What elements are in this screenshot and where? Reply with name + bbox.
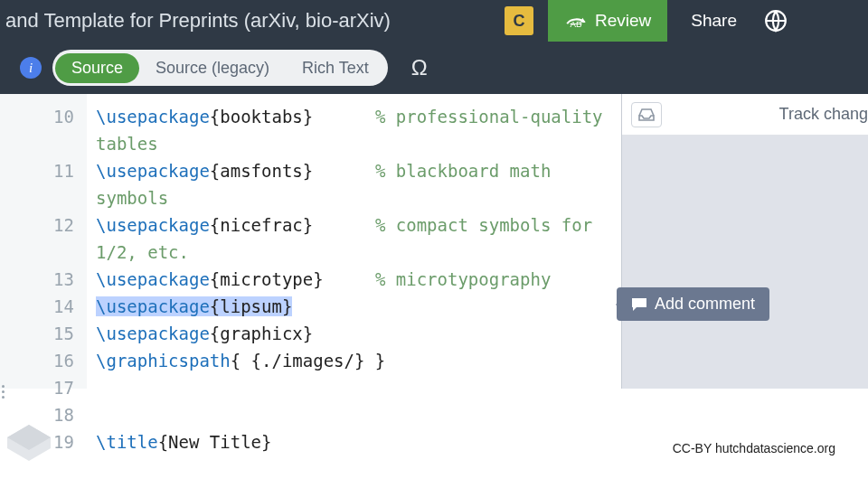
- top-bar: and Template for Preprints (arXiv, bio-a…: [0, 0, 868, 42]
- add-comment-label: Add comment: [655, 295, 755, 314]
- tab-source-legacy[interactable]: Source (legacy): [139, 53, 286, 83]
- code-line[interactable]: tables: [96, 130, 621, 157]
- code-line[interactable]: \usepackage{lipsum}: [96, 293, 621, 320]
- gutter-drag-handle[interactable]: [2, 385, 5, 399]
- review-button[interactable]: AB Review: [548, 0, 667, 42]
- line-number: 15: [0, 320, 74, 347]
- code-line[interactable]: \usepackage{graphicx}: [96, 320, 621, 347]
- line-number: 10: [0, 103, 74, 130]
- code-content[interactable]: \usepackage{booktabs} % professional-qua…: [87, 94, 621, 389]
- user-avatar-badge[interactable]: C: [505, 6, 533, 35]
- tab-rich-text[interactable]: Rich Text: [286, 53, 385, 83]
- review-icon: AB: [564, 12, 588, 30]
- line-number: 12: [0, 211, 74, 239]
- editor-mode-toolbar: i Source Source (legacy) Rich Text Ω: [0, 42, 868, 94]
- code-line[interactable]: [96, 374, 621, 401]
- share-button[interactable]: Share: [667, 0, 753, 42]
- code-line[interactable]: \usepackage{microtype} % microtypography: [96, 266, 621, 293]
- globe-icon: [764, 9, 788, 33]
- info-icon[interactable]: i: [20, 57, 42, 79]
- code-editor[interactable]: 10111213141516171819 \usepackage{booktab…: [0, 94, 621, 389]
- code-line[interactable]: 1/2, etc.: [96, 239, 621, 266]
- line-number: 13: [0, 266, 74, 293]
- main-area: 10111213141516171819 \usepackage{booktab…: [0, 94, 868, 389]
- code-line[interactable]: \graphicspath{ {./images/} }: [96, 347, 621, 374]
- mode-tab-group: Source Source (legacy) Rich Text: [52, 50, 388, 86]
- line-number-gutter: 10111213141516171819: [0, 94, 87, 389]
- attribution-text: CC-BY hutchdatascience.org: [673, 441, 835, 455]
- track-changes-label[interactable]: Track chang: [779, 105, 868, 124]
- comment-icon: [631, 297, 647, 312]
- line-number: 16: [0, 347, 74, 374]
- code-line[interactable]: \usepackage{booktabs} % professional-qua…: [96, 103, 621, 130]
- inbox-icon: [638, 108, 655, 121]
- code-line[interactable]: \usepackage{nicefrac} % compact symbols …: [96, 211, 621, 239]
- symbol-palette-button[interactable]: Ω: [399, 55, 428, 80]
- line-number: [0, 239, 74, 266]
- project-title: and Template for Preprints (arXiv, bio-a…: [0, 9, 420, 33]
- review-panel: Track chang Add comment: [621, 94, 868, 389]
- add-comment-button[interactable]: Add comment: [617, 287, 769, 321]
- review-panel-header: Track chang: [622, 94, 868, 136]
- code-line[interactable]: [96, 401, 621, 428]
- inbox-button[interactable]: [631, 102, 662, 127]
- line-number: 11: [0, 157, 74, 184]
- svg-text:AB: AB: [571, 19, 582, 29]
- share-label: Share: [691, 11, 737, 31]
- code-line[interactable]: \usepackage{amsfonts} % blackboard math: [96, 157, 621, 184]
- line-number: 14: [0, 293, 74, 320]
- code-line[interactable]: symbols: [96, 184, 621, 211]
- tab-source[interactable]: Source: [55, 53, 139, 83]
- corner-decoration: [7, 425, 54, 461]
- line-number: 17: [0, 374, 74, 401]
- language-button[interactable]: [753, 0, 791, 42]
- code-line[interactable]: \title{New Title}: [96, 428, 621, 455]
- review-label: Review: [595, 11, 651, 31]
- line-number: [0, 130, 74, 157]
- line-number: [0, 184, 74, 211]
